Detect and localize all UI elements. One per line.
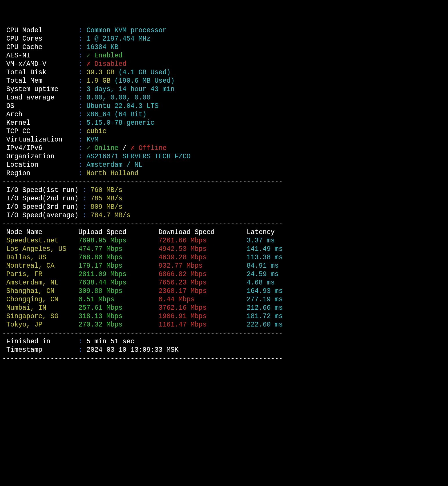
speed-row-2: Dallas, US 768.80 Mbps 4639.28 Mbps 113.… [2, 253, 446, 262]
colon: : [78, 128, 86, 135]
timestamp-value: 2024-03-10 13:09:33 MSK [86, 346, 178, 354]
info-label: OS [6, 102, 78, 110]
info-value: KVM [86, 136, 98, 144]
info-label: Location [6, 161, 78, 169]
colon: : [78, 86, 86, 93]
info-extra: (190.6 MB Used) [111, 77, 175, 85]
speed-download: 1161.47 Mbps [158, 321, 247, 329]
sysinfo-row-cpu_cache: CPU Cache : 16384 KB [2, 43, 446, 52]
io-row-0: I/O Speed(1st run) : 760 MB/s [2, 186, 446, 195]
speed-row-9: Singapore, SG 318.13 Mbps 1906.91 Mbps 1… [2, 312, 446, 321]
io-row-1: I/O Speed(2nd run) : 785 MB/s [2, 195, 446, 203]
speed-node: Amsterdam, NL [6, 279, 78, 286]
speed-upload: 318.13 Mbps [78, 313, 158, 320]
speed-row-8: Mumbai, IN 257.61 Mbps 3762.16 Mbps 212.… [2, 304, 446, 312]
colon: : [78, 195, 90, 202]
info-label: IPv4/IPv6 [6, 144, 78, 152]
io-label: I/O Speed(1st run) [6, 186, 78, 194]
colon: : [78, 43, 86, 51]
info-value: Ubuntu 22.04.3 LTS [86, 102, 158, 110]
colon: : [78, 111, 86, 118]
info-value: 1.9 GB [86, 77, 111, 85]
speed-latency: 222.60 ms [247, 321, 283, 329]
info-value: 3 days, 14 hour 43 min [86, 86, 175, 93]
info-value: 16384 KB [86, 43, 118, 51]
sysinfo-row-arch: Arch : x86_64 (64 Bit) [2, 110, 446, 119]
sysinfo-row-loc: Location : Amsterdam / NL [2, 161, 446, 169]
colon: : [78, 136, 86, 144]
sysinfo-row-cpu_cores: CPU Cores : 1 @ 2197.454 MHz [2, 35, 446, 43]
sysinfo-row-aes_ni: AES-NI : ✓ Enabled [2, 52, 446, 60]
colon: : [78, 69, 86, 76]
sysinfo-row-tcpcc: TCP CC : cubic [2, 127, 446, 136]
info-label: CPU Cores [6, 35, 78, 43]
io-value: 760 MB/s [91, 186, 122, 194]
speed-upload: 0.51 Mbps [78, 296, 158, 303]
colon: : [78, 212, 90, 219]
colon: : [78, 94, 86, 101]
speed-download: 7261.66 Mbps [158, 237, 247, 244]
speed-upload: 7698.95 Mbps [78, 237, 158, 244]
sysinfo-row-mem: Total Mem : 1.9 GB (190.6 MB Used) [2, 77, 446, 85]
io-row-2: I/O Speed(3rd run) : 809 MB/s [2, 203, 446, 211]
info-value: 39.3 GB [86, 69, 115, 76]
info-extra: (4.1 GB Used) [115, 69, 171, 76]
speed-latency: 164.93 ms [247, 287, 283, 295]
io-label: I/O Speed(average) [6, 212, 78, 219]
speed-latency: 181.72 ms [247, 313, 283, 320]
speed-node: Singapore, SG [6, 313, 78, 320]
speed-upload: 7638.44 Mbps [78, 279, 158, 286]
io-value: 785 MB/s [91, 195, 122, 202]
colon: : [78, 161, 86, 169]
info-label: TCP CC [6, 128, 78, 135]
info-label: AES-NI [6, 52, 78, 59]
speed-row-5: Amsterdam, NL 7638.44 Mbps 7656.23 Mbps … [2, 279, 446, 287]
speed-latency: 3.37 ms [247, 237, 275, 244]
speed-download: 0.44 Mbps [158, 296, 247, 303]
col-latency: Latency [247, 229, 275, 236]
cross-icon: ✗ [86, 60, 95, 68]
info-value: cubic [86, 128, 106, 135]
colon: : [78, 60, 86, 68]
speed-download: 932.77 Mbps [158, 262, 247, 270]
speed-download: 6866.82 Mbps [158, 271, 247, 278]
sysinfo-row-loadavg: Load average : 0.00, 0.00, 0.00 [2, 94, 446, 102]
sysinfo-row-os: OS : Ubuntu 22.04.3 LTS [2, 102, 446, 110]
speed-upload: 257.61 Mbps [78, 304, 158, 312]
colon: : [78, 203, 90, 211]
speed-row-3: Montreal, CA 179.17 Mbps 932.77 Mbps 84.… [2, 262, 446, 270]
speed-latency: 113.38 ms [247, 254, 283, 261]
col-node: Node Name [6, 229, 78, 236]
speed-node: Montreal, CA [6, 262, 78, 270]
col-upload: Upload Speed [78, 229, 158, 236]
speed-download: 7656.23 Mbps [158, 279, 247, 286]
info-value: Amsterdam / NL [86, 161, 142, 169]
sysinfo-row-virt: Virtualization : KVM [2, 136, 446, 144]
sysinfo-row-cpu_model: CPU Model : Common KVM processor [2, 26, 446, 35]
info-label: VM-x/AMD-V [6, 60, 78, 68]
divider: ----------------------------------------… [2, 354, 446, 363]
info-value: 0.00, 0.00, 0.00 [86, 94, 151, 101]
info-label: Arch [6, 111, 78, 118]
info-value: Common KVM processor [86, 27, 167, 34]
info-value: 5.15.0-78-generic [86, 119, 155, 127]
speed-row-4: Paris, FR 2811.09 Mbps 6866.82 Mbps 24.5… [2, 270, 446, 279]
sysinfo-row-org: Organization : AS216071 SERVERS TECH FZC… [2, 153, 446, 161]
divider: ----------------------------------------… [2, 329, 446, 338]
sysinfo-row-region: Region : North Holland [2, 169, 446, 178]
speed-download: 4639.28 Mbps [158, 254, 247, 261]
colon: : [78, 153, 86, 160]
finished-value: 5 min 51 sec [86, 338, 135, 345]
sysinfo-row-ip: IPv4/IPv6 : ✓ Online / ✗ Offline [2, 144, 446, 153]
speed-upload: 309.88 Mbps [78, 287, 158, 295]
divider: ----------------------------------------… [2, 220, 446, 228]
io-value: 784.7 MB/s [91, 212, 131, 219]
speed-upload: 179.17 Mbps [78, 262, 158, 270]
colon: : [78, 170, 86, 177]
speed-row-6: Shanghai, CN 309.88 Mbps 2368.17 Mbps 16… [2, 287, 446, 295]
col-download: Download Speed [158, 229, 247, 236]
colon: : [78, 186, 90, 194]
speed-node: Shanghai, CN [6, 287, 78, 295]
check-icon: ✓ [86, 144, 95, 152]
info-value: North Holland [86, 170, 138, 177]
